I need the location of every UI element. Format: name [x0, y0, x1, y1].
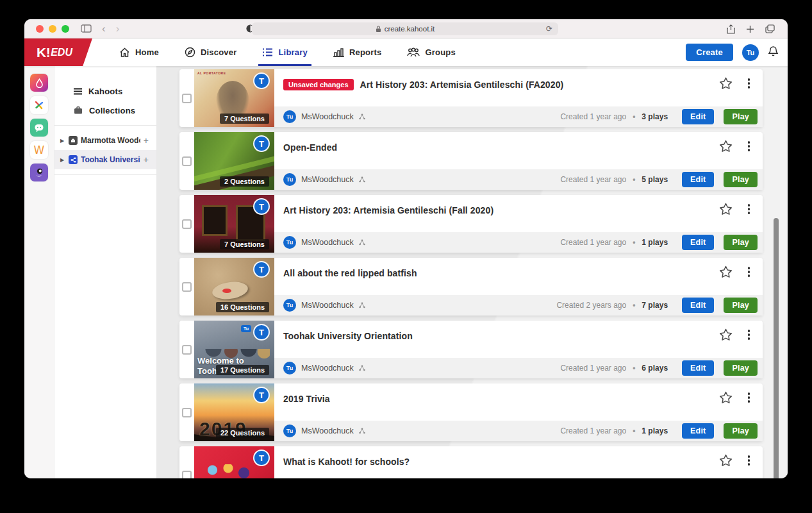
owner-name: MsWoodchuck	[301, 364, 354, 373]
kahoot-thumbnail[interactable]: T 7 Questions	[194, 195, 274, 253]
org-visibility-icon	[359, 114, 365, 120]
owner-name: MsWoodchuck	[301, 112, 354, 121]
select-checkbox[interactable]	[182, 219, 192, 229]
whiteboard-app-icon[interactable]: W	[30, 141, 48, 159]
sidebar-item-kahoots[interactable]: Kahoots	[54, 81, 156, 101]
add-org-content-button[interactable]: +	[144, 135, 149, 146]
back-icon[interactable]: ‹	[102, 22, 106, 35]
edit-button[interactable]: Edit	[682, 109, 714, 124]
select-checkbox[interactable]	[182, 282, 192, 292]
more-options-kebab-icon[interactable]	[747, 203, 752, 215]
sidebar-toggle-icon[interactable]	[81, 24, 92, 33]
plays-count: 1 plays	[642, 238, 668, 247]
kahoot-thumbnail[interactable]: AL PORTATORE T 7 Questions	[194, 69, 274, 127]
edit-button[interactable]: Edit	[682, 172, 714, 187]
kahoot-title[interactable]: Art History 203: Artemisia Gentileschi (…	[283, 205, 493, 217]
play-button[interactable]: Play	[724, 298, 758, 313]
favorite-star-icon[interactable]	[719, 454, 733, 467]
kahoot-row: T 7 Questions Art History 203: Artemisia…	[179, 195, 763, 253]
select-checkbox[interactable]	[182, 94, 192, 103]
kahoot-thumbnail[interactable]: 2019 T 22 Questions	[194, 383, 274, 441]
edit-button[interactable]: Edit	[682, 298, 714, 313]
more-options-kebab-icon[interactable]	[747, 265, 752, 278]
kahoot-thumbnail[interactable]: T 2 Questions	[194, 132, 274, 190]
edit-button[interactable]: Edit	[682, 360, 714, 376]
kahoot-title[interactable]: Toohak University Orientation	[283, 330, 413, 343]
more-options-kebab-icon[interactable]	[747, 77, 752, 90]
nav-tab-library[interactable]: Library	[249, 38, 320, 66]
edit-button[interactable]: Edit	[682, 235, 714, 250]
favorite-star-icon[interactable]	[719, 140, 733, 153]
favorite-star-icon[interactable]	[719, 77, 733, 90]
org-visibility-icon	[359, 365, 365, 371]
expand-caret-icon[interactable]: ▶	[60, 138, 65, 144]
select-checkbox[interactable]	[182, 471, 192, 479]
kahoot-title[interactable]: Art History 203: Artemisia Gentileschi (…	[360, 79, 564, 92]
kahoot-thumbnail[interactable]: T 16 Questions	[194, 258, 274, 315]
nav-tab-discover[interactable]: Discover	[172, 38, 250, 66]
question-count-badge: 16 Questions	[216, 302, 269, 312]
chatbot-app-icon[interactable]	[30, 119, 48, 137]
favorite-star-icon[interactable]	[719, 328, 733, 341]
more-options-kebab-icon[interactable]	[747, 454, 752, 467]
vertical-scrollbar[interactable]	[774, 218, 779, 478]
more-options-kebab-icon[interactable]	[747, 140, 752, 153]
sidebar-item-collections[interactable]: Collections	[54, 101, 156, 120]
play-button[interactable]: Play	[724, 172, 758, 187]
forward-icon[interactable]: ›	[116, 22, 120, 35]
drops-app-icon[interactable]	[30, 74, 48, 92]
new-tab-icon[interactable]	[746, 25, 754, 33]
kahoot-row-footer: Tu MsWoodchuck Created 1 year ago • 1 pl…	[274, 232, 763, 253]
favorite-star-icon[interactable]	[719, 203, 733, 215]
kahoot-thumbnail[interactable]: Tu Welcome toTooh T 17 Questions	[194, 321, 274, 378]
org-t-badge: T	[253, 387, 270, 403]
add-org-content-button[interactable]: +	[144, 155, 149, 165]
zoom-window-button[interactable]	[62, 25, 69, 33]
sidebar-org-toohak[interactable]: ▶ Toohak University +	[54, 150, 156, 169]
select-checkbox[interactable]	[182, 156, 192, 166]
more-options-kebab-icon[interactable]	[747, 328, 752, 341]
expand-caret-icon[interactable]: ▶	[60, 157, 65, 163]
user-avatar[interactable]: Tu	[742, 44, 759, 61]
close-window-button[interactable]	[36, 25, 44, 33]
owner-name: MsWoodchuck	[301, 426, 354, 435]
share-icon[interactable]	[727, 24, 735, 34]
sidebar-org-marmotta[interactable]: ▶ Marmotta Woodc... +	[54, 131, 156, 150]
create-button[interactable]: Create	[686, 44, 733, 61]
select-checkbox[interactable]	[182, 408, 192, 417]
nav-tab-reports[interactable]: Reports	[320, 38, 395, 66]
play-button[interactable]: Play	[724, 235, 758, 250]
address-bar[interactable]: create.kahoot.it ⟳	[252, 22, 558, 35]
reload-icon[interactable]: ⟳	[546, 24, 552, 33]
lock-icon	[376, 26, 381, 33]
kahoot-title[interactable]: What is Kahoot! for schools?	[283, 456, 410, 469]
notifications-bell-icon[interactable]	[768, 46, 779, 60]
kahoots-list-icon	[74, 88, 82, 95]
org-icon	[69, 155, 78, 164]
app-dock: W	[24, 66, 54, 478]
play-button[interactable]: Play	[724, 360, 758, 376]
nav-tab-home[interactable]: Home	[106, 38, 172, 66]
spark-app-icon[interactable]	[30, 96, 48, 114]
favorite-star-icon[interactable]	[719, 391, 733, 404]
edit-button[interactable]: Edit	[682, 423, 714, 439]
play-button[interactable]: Play	[724, 423, 758, 439]
kahoot-title[interactable]: Open-Ended	[283, 142, 337, 155]
select-checkbox[interactable]	[182, 345, 192, 355]
kahoot-edu-logo[interactable]: K! EDU	[24, 38, 92, 66]
favorite-star-icon[interactable]	[719, 265, 733, 278]
kahoot-title[interactable]: All about the red lipped batfish	[283, 267, 417, 280]
kahoot-thumbnail[interactable]: T	[194, 446, 274, 478]
minimize-window-button[interactable]	[49, 25, 56, 33]
tab-overview-icon[interactable]	[765, 24, 775, 33]
more-options-kebab-icon[interactable]	[747, 391, 752, 404]
play-button[interactable]: Play	[724, 109, 758, 124]
org-t-badge: T	[253, 324, 270, 341]
nav-tab-groups[interactable]: Groups	[394, 38, 468, 66]
org-visibility-icon	[359, 176, 365, 183]
sidebar-divider	[54, 125, 156, 126]
kahoot-row-footer: Tu MsWoodchuck Created 1 year ago • 3 pl…	[274, 106, 763, 127]
created-date: Created 2 years ago	[556, 301, 626, 310]
kahoot-title[interactable]: 2019 Trivia	[283, 393, 330, 406]
kahoot-monster-app-icon[interactable]	[30, 164, 48, 181]
